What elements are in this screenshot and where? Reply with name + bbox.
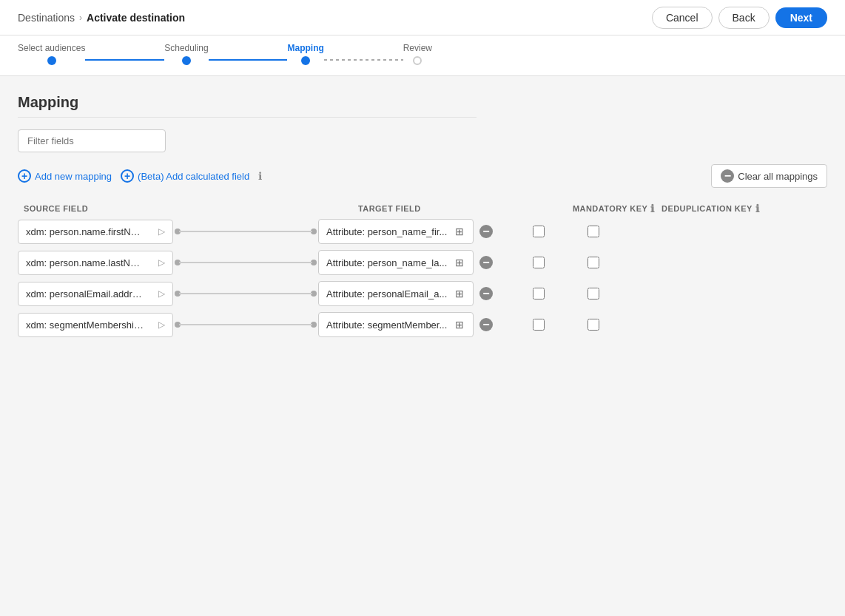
connector-line-0	[179, 231, 312, 232]
target-field-edit-btn-0[interactable]: ⊞	[454, 226, 465, 237]
source-field-text-3: xdm: segmentMembership....	[26, 319, 144, 331]
add-mapping-label: Add new mapping	[35, 171, 112, 182]
dedup-checkbox-cell-1	[576, 257, 650, 268]
step-dot-select-audiences	[47, 56, 56, 65]
table-row: xdm: person.name.lastName ▷ Attribute: p…	[18, 250, 827, 275]
stepper-container: Select audiences Scheduling Mapping Revi…	[0, 35, 845, 76]
remove-icon-0: −	[479, 225, 493, 238]
dedup-checkbox-cell-0	[576, 226, 650, 237]
target-field-3[interactable]: Attribute: segmentMember... ⊞	[318, 312, 474, 337]
target-field-text-1: Attribute: person_name_la...	[326, 257, 447, 268]
target-field-1[interactable]: Attribute: person_name_la... ⊞	[318, 250, 474, 275]
breadcrumb: Destinations › Activate destination	[18, 12, 185, 24]
mandatory-checkbox-cell-0	[502, 226, 576, 237]
step-connector-3	[324, 59, 403, 61]
source-arrow-icon-3: ▷	[158, 319, 165, 330]
mapping-connector-2	[175, 291, 317, 297]
source-field-0[interactable]: xdm: person.name.firstName ▷	[18, 220, 173, 244]
dedup-info-icon[interactable]: ℹ	[755, 203, 759, 214]
mapping-rows-container: xdm: person.name.firstName ▷ Attribute: …	[18, 219, 827, 337]
actions-row: + Add new mapping + (Beta) Add calculate…	[18, 164, 827, 188]
dedup-checkbox-2[interactable]	[588, 288, 599, 299]
step-dot-scheduling	[182, 56, 191, 65]
mandatory-checkbox-cell-2	[502, 288, 576, 299]
source-field-3[interactable]: xdm: segmentMembership.... ▷	[18, 313, 173, 337]
source-arrow-icon-1: ▷	[158, 257, 165, 268]
source-field-1[interactable]: xdm: person.name.lastName ▷	[18, 251, 173, 275]
clear-all-label: Clear all mappings	[738, 171, 818, 182]
mandatory-checkbox-cell-1	[502, 257, 576, 268]
step-label-review: Review	[403, 43, 432, 53]
step-dot-mapping	[301, 56, 310, 65]
breadcrumb-chevron-icon: ›	[79, 13, 82, 23]
section-divider	[18, 117, 477, 118]
source-field-text-0: xdm: person.name.firstName	[26, 226, 144, 237]
add-calculated-field-button[interactable]: + (Beta) Add calculated field	[121, 169, 249, 183]
remove-icon-2: −	[479, 287, 493, 300]
remove-icon-1: −	[479, 256, 493, 269]
main-content: Mapping + Add new mapping + (Beta) Add c…	[0, 76, 845, 361]
connector-line-3	[179, 324, 312, 325]
dedup-checkbox-0[interactable]	[588, 226, 599, 237]
header-dedup-key: DEDUPLICATION KEY ℹ	[661, 203, 765, 214]
calc-field-info-icon[interactable]: ℹ	[258, 170, 262, 182]
target-field-edit-btn-3[interactable]: ⊞	[454, 319, 465, 331]
back-button[interactable]: Back	[718, 7, 770, 29]
header-target-field: TARGET FIELD	[358, 204, 536, 213]
step-connector-2	[209, 59, 288, 61]
source-field-text-1: xdm: person.name.lastName	[26, 257, 144, 268]
mapping-table-header: SOURCE FIELD TARGET FIELD MANDATORY KEY …	[18, 203, 827, 219]
mapping-section-title: Mapping	[18, 94, 827, 111]
target-field-2[interactable]: Attribute: personalEmail_a... ⊞	[318, 281, 474, 306]
filter-input-wrap	[18, 129, 166, 152]
step-dot-review	[413, 56, 422, 65]
actions-left: + Add new mapping + (Beta) Add calculate…	[18, 169, 262, 183]
remove-mapping-button-1[interactable]: −	[479, 256, 493, 269]
target-field-edit-btn-2[interactable]: ⊞	[454, 288, 465, 299]
step-label-select-audiences: Select audiences	[18, 43, 85, 53]
table-row: xdm: segmentMembership.... ▷ Attribute: …	[18, 312, 827, 337]
connector-line-1	[179, 262, 312, 263]
target-field-0[interactable]: Attribute: person_name_fir... ⊞	[318, 219, 474, 244]
mandatory-checkbox-3[interactable]	[533, 319, 545, 331]
source-field-2[interactable]: xdm: personalEmail.address ▷	[18, 282, 173, 306]
mandatory-checkbox-1[interactable]	[533, 257, 545, 268]
source-arrow-icon-0: ▷	[158, 226, 165, 237]
connector-line-2	[179, 293, 312, 294]
remove-icon-3: −	[479, 318, 493, 331]
remove-mapping-button-0[interactable]: −	[479, 225, 493, 238]
target-field-text-3: Attribute: segmentMember...	[326, 319, 447, 331]
target-field-edit-btn-1[interactable]: ⊞	[454, 257, 465, 268]
clear-all-mappings-button[interactable]: − Clear all mappings	[711, 164, 827, 188]
next-button[interactable]: Next	[775, 7, 827, 28]
step-review: Review	[403, 43, 432, 65]
mapping-connector-3	[175, 322, 317, 328]
dedup-checkbox-3[interactable]	[588, 319, 599, 331]
cancel-button[interactable]: Cancel	[652, 7, 713, 29]
remove-mapping-button-3[interactable]: −	[479, 318, 493, 331]
header-mandatory-key: MANDATORY KEY ℹ	[573, 203, 661, 214]
header-source-field: SOURCE FIELD	[18, 204, 195, 213]
table-row: xdm: personalEmail.address ▷ Attribute: …	[18, 281, 827, 306]
step-label-scheduling: Scheduling	[164, 43, 208, 53]
target-field-text-0: Attribute: person_name_fir...	[326, 226, 447, 237]
breadcrumb-current: Activate destination	[87, 12, 185, 24]
dedup-checkbox-1[interactable]	[588, 257, 599, 268]
mandatory-info-icon[interactable]: ℹ	[650, 203, 654, 214]
remove-mapping-button-2[interactable]: −	[479, 287, 493, 300]
mapping-connector-1	[175, 260, 317, 265]
step-mapping: Mapping	[287, 43, 323, 65]
table-row: xdm: person.name.firstName ▷ Attribute: …	[18, 219, 827, 244]
filter-fields-input[interactable]	[18, 129, 166, 152]
add-calc-plus-icon: +	[121, 169, 134, 183]
mapping-connector-0	[175, 229, 317, 234]
add-new-mapping-button[interactable]: + Add new mapping	[18, 169, 112, 183]
add-calc-label: (Beta) Add calculated field	[138, 171, 249, 182]
header-action-buttons: Cancel Back Next	[652, 7, 827, 29]
source-arrow-icon-2: ▷	[158, 288, 165, 299]
mandatory-checkbox-0[interactable]	[533, 226, 545, 237]
breadcrumb-destinations[interactable]: Destinations	[18, 12, 75, 24]
source-field-text-2: xdm: personalEmail.address	[26, 288, 144, 299]
mandatory-checkbox-2[interactable]	[533, 288, 545, 299]
dedup-checkbox-cell-3	[576, 319, 650, 331]
